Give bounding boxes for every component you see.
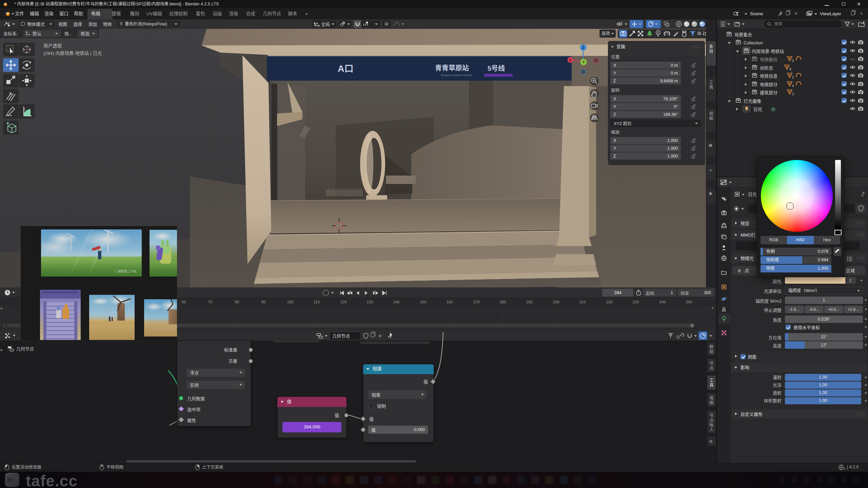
svg-text:Qingqing Grassland Station: Qingqing Grassland Station: [441, 74, 472, 77]
svg-text:X: X: [569, 58, 572, 62]
svg-text:A口: A口: [338, 64, 354, 74]
svg-text:青青草原站: 青青草原站: [435, 64, 469, 72]
svg-text:5号线: 5号线: [488, 64, 505, 72]
svg-text:Y: Y: [583, 60, 585, 64]
svg-text:Z: Z: [582, 46, 584, 49]
